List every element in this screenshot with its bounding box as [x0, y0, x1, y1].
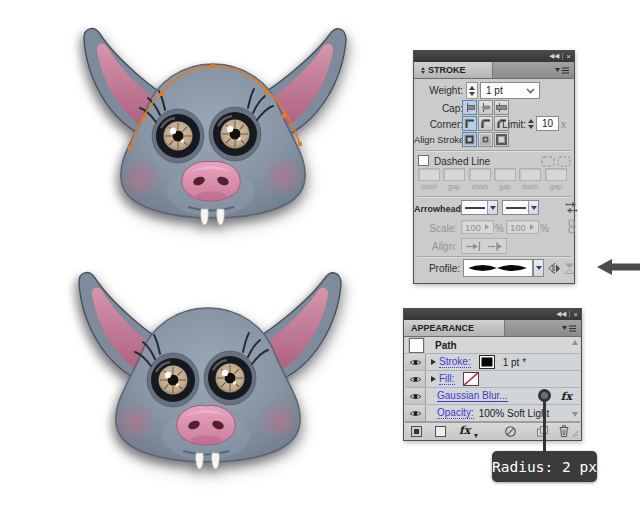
miter-join-icon [463, 117, 476, 130]
appearance-toolbar: fx [405, 422, 580, 439]
align-inside-icon [479, 133, 492, 146]
corner-label: Corner: [414, 119, 463, 130]
appearance-tab-row: APPEARANCE [404, 320, 581, 337]
close-panel-icon[interactable]: × [573, 311, 578, 319]
flip-across-icon[interactable] [563, 262, 576, 275]
fill-link[interactable]: Fill: [439, 373, 455, 385]
dash-input-2[interactable] [469, 168, 491, 181]
eye-icon [409, 358, 422, 367]
weight-select[interactable]: 1 pt [480, 82, 540, 99]
cap-butt-button[interactable] [462, 100, 477, 115]
profile-select[interactable] [463, 259, 533, 277]
profile-label: Profile: [414, 263, 460, 274]
dash-field-label: dash [418, 182, 440, 191]
limit-label: Limit: [498, 119, 526, 130]
panel-menu-icon[interactable] [555, 66, 570, 75]
limit-stepper[interactable] [527, 117, 535, 131]
stroke-weight-value: 1 pt * [503, 357, 526, 368]
panel-cycle-icon [421, 67, 425, 74]
dash-corner-icon[interactable] [541, 156, 555, 167]
dash-field-label: dash [469, 182, 491, 191]
visibility-toggle[interactable] [405, 405, 426, 421]
align-center-icon [463, 133, 476, 146]
weight-stepper[interactable] [466, 82, 478, 99]
chevron-down-icon [526, 88, 535, 94]
gap-input-3[interactable] [545, 168, 567, 181]
gap-input-1[interactable] [443, 168, 465, 181]
visibility-toggle[interactable] [405, 371, 426, 387]
fx-icon: fx [561, 390, 572, 403]
appearance-row-path[interactable]: Path [405, 337, 580, 354]
corner-round-button[interactable] [478, 116, 493, 131]
divider [417, 150, 571, 151]
expand-icon[interactable] [431, 359, 436, 365]
scroll-down-icon[interactable] [572, 412, 578, 417]
projecting-cap-icon [495, 101, 508, 114]
scale-start-input: 100 [461, 220, 494, 234]
add-new-fill-button[interactable] [435, 426, 446, 437]
align-stroke-inside-button[interactable] [478, 132, 493, 147]
dash-input-1[interactable] [418, 168, 440, 181]
bat-illustration-selected [78, 10, 353, 238]
resize-grip-icon[interactable] [571, 430, 579, 438]
canvas: ◀◀ × STROKE Weight: 1 pt Cap: [0, 0, 641, 513]
percent-label: % [495, 223, 505, 234]
round-join-icon [479, 117, 492, 130]
add-new-effect-button[interactable]: fx [459, 424, 470, 437]
collapse-panel-icon[interactable]: ◀◀ [549, 53, 559, 60]
collapse-panel-icon[interactable]: ◀◀ [556, 311, 566, 318]
add-new-stroke-button[interactable] [411, 426, 422, 437]
dash-field-label: dash [519, 182, 541, 191]
none-diagonal-icon [464, 373, 478, 385]
close-panel-icon[interactable]: × [566, 53, 571, 61]
cap-round-button[interactable] [478, 100, 493, 115]
gap-field-label: gap [443, 182, 465, 191]
callout-line [543, 398, 546, 453]
tab-stroke[interactable]: STROKE [414, 62, 493, 78]
appearance-row-opacity[interactable]: Opacity: 100% Soft Light [405, 405, 580, 422]
cap-projecting-button[interactable] [494, 100, 509, 115]
visibility-toggle[interactable] [405, 388, 426, 404]
tab-appearance[interactable]: APPEARANCE [404, 320, 505, 336]
gap-input-2[interactable] [494, 168, 516, 181]
stroke-link[interactable]: Stroke: [439, 356, 471, 368]
appearance-row-stroke[interactable]: Stroke: 1 pt * [405, 354, 580, 371]
dashed-line-checkbox[interactable] [418, 155, 429, 166]
gap-field-label: gap [494, 182, 516, 191]
profile-dropdown-button[interactable] [533, 259, 544, 277]
stroke-color-swatch[interactable] [479, 355, 495, 369]
align-arrow-tip-icon[interactable] [465, 241, 482, 252]
dash-input-3[interactable] [519, 168, 541, 181]
corner-miter-button[interactable] [462, 116, 477, 131]
align-stroke-label: Align Stroke: [414, 135, 460, 145]
limit-suffix: x [561, 119, 571, 130]
butt-cap-icon [463, 101, 476, 114]
gaussian-blur-link[interactable]: Gaussian Blur... [437, 390, 508, 402]
fill-none-swatch[interactable] [463, 372, 479, 386]
arrowhead-start-select[interactable] [461, 200, 498, 215]
scroll-up-icon[interactable] [572, 340, 578, 345]
annotation-arrow [597, 258, 641, 276]
appearance-row-effect[interactable]: Gaussian Blur... fx [405, 388, 580, 405]
expand-icon[interactable] [431, 376, 436, 382]
align-stroke-outside-button[interactable] [494, 132, 509, 147]
align-arrow-end-icon[interactable] [487, 241, 504, 252]
arrowhead-end-select[interactable] [502, 200, 539, 215]
percent-label: % [540, 223, 550, 234]
opacity-link[interactable]: Opacity: [437, 407, 474, 419]
appearance-row-fill[interactable]: Fill: [405, 371, 580, 388]
clear-appearance-icon[interactable] [504, 425, 517, 438]
dash-preserve-icon[interactable] [557, 156, 571, 167]
delete-item-icon[interactable] [558, 424, 570, 438]
visibility-toggle[interactable] [405, 354, 426, 370]
limit-input[interactable]: 10 [536, 116, 559, 131]
align-outside-icon [495, 133, 508, 146]
eye-icon [409, 392, 422, 401]
panel-menu-icon[interactable] [562, 324, 577, 333]
flip-along-icon[interactable] [548, 262, 561, 275]
width-profile-icon [466, 261, 530, 275]
effect-menu-arrow-icon [474, 434, 478, 438]
arrowheads-label: Arrowheads: [414, 204, 460, 214]
swap-arrowheads-icon[interactable] [565, 201, 578, 214]
align-stroke-center-button[interactable] [462, 132, 477, 147]
